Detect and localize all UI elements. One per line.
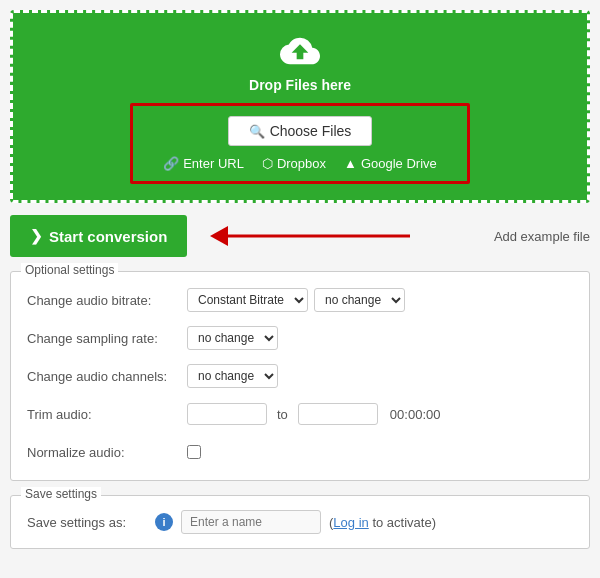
trim-audio-label: Trim audio: <box>27 407 187 422</box>
optional-settings-section: Optional settings Change audio bitrate: … <box>10 271 590 481</box>
file-actions-box: 🔍 Choose Files 🔗 Enter URL ⬡ Dropbox ▲ G… <box>130 103 470 184</box>
save-settings-label: Save settings as: <box>27 515 147 530</box>
save-settings-legend: Save settings <box>21 487 101 501</box>
save-name-input[interactable] <box>181 510 321 534</box>
add-example-link[interactable]: Add example file <box>494 229 590 244</box>
choose-files-label: Choose Files <box>270 123 352 139</box>
enter-url-link[interactable]: 🔗 Enter URL <box>163 156 244 171</box>
login-suffix: to activate) <box>369 515 436 530</box>
trim-to-label: to <box>277 407 288 422</box>
google-drive-label: Google Drive <box>361 156 437 171</box>
optional-settings-legend: Optional settings <box>21 263 118 277</box>
file-links: 🔗 Enter URL ⬡ Dropbox ▲ Google Drive <box>163 156 437 171</box>
trim-controls: to 00:00:00 <box>187 403 440 425</box>
sampling-rate-select[interactable]: no change 8000 Hz 22050 Hz 44100 Hz 4800… <box>187 326 278 350</box>
info-icon[interactable]: i <box>155 513 173 531</box>
normalize-checkbox[interactable] <box>187 445 201 459</box>
sampling-rate-row: Change sampling rate: no change 8000 Hz … <box>27 324 573 352</box>
enter-url-label: Enter URL <box>183 156 244 171</box>
normalize-controls <box>187 445 201 459</box>
add-example-text: Add example file <box>494 229 590 244</box>
audio-channels-label: Change audio channels: <box>27 369 187 384</box>
trim-start-input[interactable] <box>187 403 267 425</box>
google-drive-icon: ▲ <box>344 156 357 171</box>
trim-end-input[interactable] <box>298 403 378 425</box>
chevron-right-icon: ❯ <box>30 227 43 245</box>
start-conversion-label: Start conversion <box>49 228 167 245</box>
upload-icon <box>277 31 323 71</box>
sampling-controls: no change 8000 Hz 22050 Hz 44100 Hz 4800… <box>187 326 278 350</box>
normalize-audio-row: Normalize audio: <box>27 438 573 466</box>
search-icon: 🔍 <box>249 124 265 139</box>
trim-time-label: 00:00:00 <box>390 407 441 422</box>
audio-channels-select[interactable]: no change Mono Stereo <box>187 364 278 388</box>
svg-marker-1 <box>210 226 228 246</box>
login-link[interactable]: Log in <box>333 515 368 530</box>
start-conversion-button[interactable]: ❯ Start conversion <box>10 215 187 257</box>
bitrate-row: Change audio bitrate: Constant Bitrate V… <box>27 286 573 314</box>
save-settings-section: Save settings Save settings as: i (Log i… <box>10 495 590 549</box>
dropbox-icon: ⬡ <box>262 156 273 171</box>
dropbox-link[interactable]: ⬡ Dropbox <box>262 156 326 171</box>
sampling-rate-label: Change sampling rate: <box>27 331 187 346</box>
bitrate-type-select[interactable]: Constant Bitrate Variable Bitrate <box>187 288 308 312</box>
link-icon: 🔗 <box>163 156 179 171</box>
trim-audio-row: Trim audio: to 00:00:00 <box>27 400 573 428</box>
drop-text: Drop Files here <box>249 77 351 93</box>
normalize-audio-label: Normalize audio: <box>27 445 187 460</box>
upload-area: Drop Files here 🔍 Choose Files 🔗 Enter U… <box>10 10 590 203</box>
arrow-graphic <box>210 216 410 256</box>
save-row: Save settings as: i (Log in to activate) <box>27 510 573 534</box>
bitrate-controls: Constant Bitrate Variable Bitrate no cha… <box>187 288 405 312</box>
arrow-container <box>210 216 410 256</box>
conversion-row: ❯ Start conversion Add example file <box>10 215 590 257</box>
audio-channels-row: Change audio channels: no change Mono St… <box>27 362 573 390</box>
bitrate-label: Change audio bitrate: <box>27 293 187 308</box>
choose-files-button[interactable]: 🔍 Choose Files <box>228 116 373 146</box>
channels-controls: no change Mono Stereo <box>187 364 278 388</box>
google-drive-link[interactable]: ▲ Google Drive <box>344 156 437 171</box>
login-text: (Log in to activate) <box>329 515 436 530</box>
dropbox-label: Dropbox <box>277 156 326 171</box>
bitrate-value-select[interactable]: no change 64 kbit/s 128 kbit/s 192 kbit/… <box>314 288 405 312</box>
